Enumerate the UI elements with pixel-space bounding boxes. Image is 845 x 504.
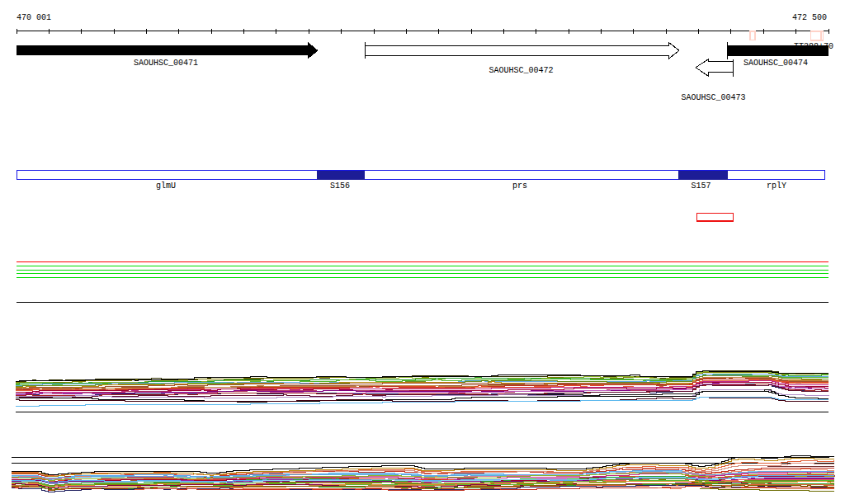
svg-text:S156: S156 xyxy=(330,181,350,191)
svg-text:SAOUHSC_00471: SAOUHSC_00471 xyxy=(134,59,198,68)
svg-text:472 500: 472 500 xyxy=(792,13,827,22)
svg-text:rplY: rplY xyxy=(767,181,786,191)
svg-text:S157: S157 xyxy=(691,181,710,191)
svg-text:470 001: 470 001 xyxy=(17,13,51,22)
svg-text:prs: prs xyxy=(512,181,527,191)
svg-text:SAOUHSC_00473: SAOUHSC_00473 xyxy=(681,93,745,102)
svg-text:SAOUHSC_00474: SAOUHSC_00474 xyxy=(744,59,808,68)
svg-text:glmU: glmU xyxy=(156,181,176,191)
svg-text:SAOUHSC_00472: SAOUHSC_00472 xyxy=(489,66,553,75)
